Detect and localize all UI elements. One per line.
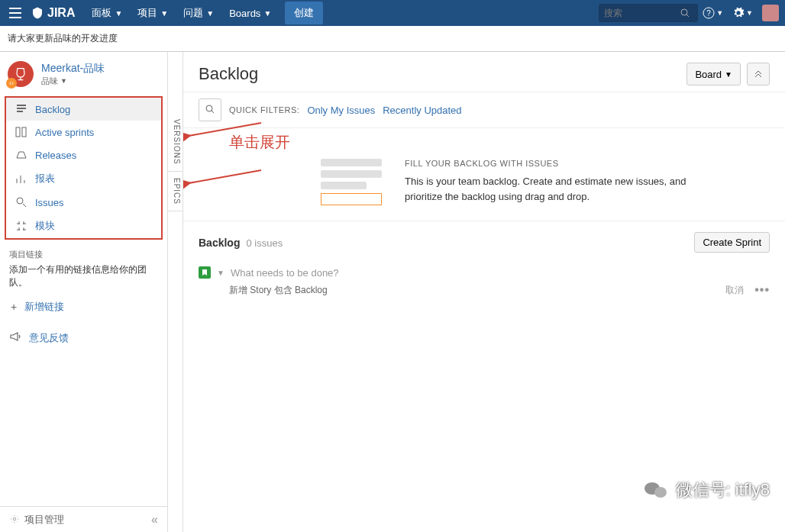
svg-point-6 — [13, 517, 16, 521]
side-panels: VERSIONS EPICS — [168, 52, 183, 532]
backlog-issue-count: 0 issues — [246, 237, 283, 249]
create-issue-hint: 新增 Story 包含 Backlog — [199, 284, 328, 297]
sidebar-item-active-sprints[interactable]: Active sprints — [6, 121, 161, 143]
menu-icon[interactable] — [6, 5, 24, 21]
filter-search-button[interactable] — [199, 98, 221, 121]
issues-icon — [14, 196, 29, 208]
versions-panel-tab[interactable]: VERSIONS — [168, 113, 183, 172]
backlog-heading: Backlog — [199, 237, 240, 249]
project-header[interactable]: ‹› Meerkat-品味 品味▼ — [0, 52, 167, 96]
global-search[interactable] — [599, 4, 698, 22]
backlog-section: Backlog 0 issues Create Sprint ▼ What ne… — [183, 221, 785, 308]
cancel-link[interactable]: 取消 — [725, 284, 744, 297]
settings-icon[interactable]: ▼ — [732, 7, 753, 19]
sidebar-footer: 项目管理 « — [0, 506, 167, 532]
nav-projects[interactable]: 项目▼ — [130, 0, 176, 26]
board-dropdown[interactable]: Board▼ — [686, 63, 741, 85]
issue-type-dropdown[interactable]: ▼ — [217, 269, 225, 277]
page-title: Backlog — [199, 64, 258, 84]
annotation-text: 单击展开 — [229, 132, 290, 153]
project-settings-link[interactable]: 项目管理 — [9, 513, 64, 527]
collapse-sidebar-button[interactable]: « — [151, 513, 158, 527]
project-type-badge: ‹› — [6, 78, 17, 89]
chevron-up-icon — [754, 69, 763, 78]
filter-recently-updated[interactable]: Recently Updated — [383, 105, 461, 116]
backlog-icon — [14, 103, 29, 115]
svg-rect-4 — [22, 127, 26, 137]
backlog-empty-state: 单击展开 FILL YOUR BACKLOG WITH ISSUES This … — [183, 128, 785, 221]
search-icon — [680, 8, 690, 18]
expand-to-top-button[interactable] — [747, 63, 770, 85]
create-issue-input[interactable]: What needs to be done? — [231, 267, 770, 279]
releases-icon — [14, 149, 29, 161]
empty-state-title: FILL YOUR BACKLOG WITH ISSUES — [405, 159, 695, 168]
svg-point-7 — [206, 105, 212, 111]
logo-text: JIRA — [47, 6, 75, 20]
links-title: 项目链接 — [9, 249, 158, 260]
links-description: 添加一个有用的链接信息给你的团队。 — [9, 263, 158, 289]
create-button[interactable]: 创建 — [285, 2, 323, 24]
empty-state-illustration — [321, 159, 382, 205]
wechat-icon — [642, 479, 670, 501]
nav-issues[interactable]: 问题▼ — [176, 0, 221, 26]
project-sidebar: ‹› Meerkat-品味 品味▼ Backlog Active sprints… — [0, 52, 168, 532]
user-avatar[interactable] — [762, 5, 779, 21]
sprints-icon — [14, 126, 29, 138]
quick-filters-bar: QUICK FILTERS: Only My Issues Recently U… — [183, 92, 785, 128]
top-nav: JIRA 面板▼ 项目▼ 问题▼ Boards▼ 创建 ?▼ ▼ — [0, 0, 785, 26]
filter-only-my-issues[interactable]: Only My Issues — [307, 105, 375, 116]
gear-icon — [9, 514, 20, 527]
plus-icon: + — [11, 301, 17, 313]
svg-point-0 — [681, 9, 687, 15]
reports-icon — [14, 172, 29, 185]
main-content: Backlog Board▼ QUICK FILTERS: Only My Is… — [183, 52, 785, 532]
quick-filters-label: QUICK FILTERS: — [229, 105, 299, 114]
story-icon[interactable] — [199, 266, 211, 279]
svg-text:?: ? — [706, 9, 711, 18]
nav-dashboards[interactable]: 面板▼ — [84, 0, 130, 26]
project-avatar: ‹› — [8, 61, 34, 87]
svg-point-9 — [654, 487, 667, 498]
sidebar-item-backlog[interactable]: Backlog — [6, 98, 161, 121]
search-input[interactable] — [604, 8, 680, 18]
empty-state-description: This is your team backlog. Create and es… — [405, 174, 695, 204]
inline-create-issue[interactable]: ▼ What needs to be done? — [199, 262, 770, 283]
feedback-link[interactable]: 意见反馈 — [0, 323, 167, 353]
jira-logo[interactable]: JIRA — [31, 6, 75, 20]
megaphone-icon — [9, 330, 21, 345]
sidebar-item-issues[interactable]: Issues — [6, 191, 161, 214]
project-type-selector[interactable]: 品味▼ — [41, 76, 105, 87]
add-link-button[interactable]: + 新增链接 — [9, 295, 158, 318]
more-actions-button[interactable]: ••• — [754, 283, 770, 297]
sidebar-nav-highlight: Backlog Active sprints Releases 报表 Issue… — [5, 96, 163, 240]
help-icon[interactable]: ?▼ — [703, 7, 723, 19]
project-links-section: 项目链接 添加一个有用的链接信息给你的团队。 + 新增链接 — [0, 244, 167, 323]
nav-boards[interactable]: Boards▼ — [221, 0, 279, 26]
watermark: 微信号: itfly8 — [642, 479, 770, 501]
search-icon — [205, 105, 215, 114]
svg-rect-3 — [16, 127, 20, 137]
create-sprint-button[interactable]: Create Sprint — [694, 232, 770, 253]
project-name[interactable]: Meerkat-品味 — [41, 62, 105, 76]
components-icon — [14, 220, 29, 232]
annotation-arrow — [183, 166, 269, 189]
sidebar-item-reports[interactable]: 报表 — [6, 166, 161, 191]
sidebar-item-releases[interactable]: Releases — [6, 143, 161, 166]
svg-point-5 — [17, 198, 23, 204]
sidebar-item-components[interactable]: 模块 — [6, 214, 161, 238]
announcement-banner: 请大家更新品味的开发进度 — [0, 26, 785, 52]
epics-panel-tab[interactable]: EPICS — [168, 172, 183, 211]
page-header: Backlog Board▼ — [183, 52, 785, 92]
